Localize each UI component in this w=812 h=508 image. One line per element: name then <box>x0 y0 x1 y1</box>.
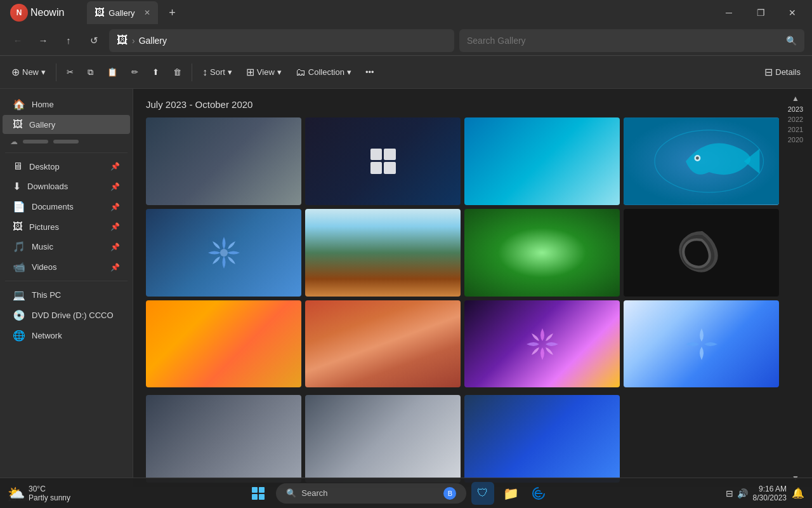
more-button[interactable]: ••• <box>359 60 381 85</box>
clock[interactable]: 9:16 AM 8/30/2023 <box>753 485 787 502</box>
weather-widget[interactable]: ⛅ 30°C Partly sunny <box>8 485 70 502</box>
volume-icon[interactable]: 🔊 <box>737 488 748 498</box>
pin-icon-music: 📌 <box>110 243 120 251</box>
toolbar: ⊕ New ▾ ✂ ⧉ 📋 ✏ ⬆ 🗑 ↕ Sort ▾ ⊞ View ▾ 🗂 … <box>0 56 812 89</box>
image-thumb-14[interactable] <box>305 395 461 483</box>
year-label-2023[interactable]: 2023 <box>788 105 803 113</box>
sidebar-item-dvd[interactable]: 💿 DVD Drive (D:) CCCO <box>3 305 130 325</box>
sidebar-thispc-label: This PC <box>32 290 61 300</box>
image-thumb-9[interactable] <box>146 300 301 388</box>
sort-chevron-icon: ▾ <box>228 67 232 77</box>
sidebar-item-desktop[interactable]: 🖥 Desktop 📌 <box>3 157 130 176</box>
cloud-bar-1 <box>23 140 48 144</box>
taskbar-search-label: Search <box>301 488 327 498</box>
delete-button[interactable]: 🗑 <box>167 60 188 85</box>
desktop-icon: 🖥 <box>13 161 23 172</box>
image-thumb-7[interactable] <box>464 209 620 297</box>
share-button[interactable]: ⬆ <box>146 60 166 85</box>
pin-icon-downloads: 📌 <box>110 182 120 191</box>
back-button[interactable]: ← <box>8 30 28 51</box>
image-thumb-2[interactable] <box>305 117 461 205</box>
paste-button[interactable]: 📋 <box>101 60 124 85</box>
videos-icon: 📹 <box>13 261 25 273</box>
rename-icon: ✏ <box>131 67 138 77</box>
tab-icon: 🖼 <box>95 7 105 18</box>
sidebar-item-thispc[interactable]: 💻 This PC <box>3 285 130 305</box>
taskbar-files-icon[interactable]: 📁 <box>499 482 522 505</box>
documents-icon: 📄 <box>13 201 25 213</box>
year-label-2020[interactable]: 2020 <box>788 136 803 144</box>
view-chevron-icon: ▾ <box>277 67 282 77</box>
image-thumb-1[interactable] <box>146 117 301 205</box>
files-icon: 📁 <box>503 486 519 501</box>
dark-swirl-svg <box>676 227 727 278</box>
image-thumb-13[interactable] <box>146 395 301 483</box>
win11-bloom-1 <box>205 234 243 272</box>
start-button[interactable] <box>246 481 271 506</box>
refresh-button[interactable]: ↺ <box>84 30 104 51</box>
year-scroll-up[interactable]: ▲ <box>792 94 799 103</box>
sidebar-item-music[interactable]: 🎵 Music 📌 <box>3 237 130 257</box>
sidebar-network-label: Network <box>32 331 62 340</box>
image-thumb-10[interactable] <box>305 300 461 388</box>
up-button[interactable]: ↑ <box>58 30 79 51</box>
sort-button[interactable]: ↕ Sort ▾ <box>196 60 239 85</box>
sidebar-item-gallery[interactable]: 🖼 Gallery <box>3 115 130 134</box>
image-thumb-12[interactable] <box>624 300 779 388</box>
copy-button[interactable]: ⧉ <box>81 60 100 85</box>
cut-button[interactable]: ✂ <box>60 60 80 85</box>
sidebar-item-pictures[interactable]: 🖼 Pictures 📌 <box>3 217 130 236</box>
maximize-button[interactable]: ❐ <box>746 3 775 22</box>
toolbar-sep-2 <box>192 64 192 81</box>
search-input[interactable] <box>467 36 781 46</box>
sidebar-item-network[interactable]: 🌐 Network <box>3 326 130 345</box>
taskbar-search[interactable]: 🔍 Search B <box>276 483 466 504</box>
sidebar-item-documents[interactable]: 📄 Documents 📌 <box>3 197 130 217</box>
neowin-icon: N <box>10 4 28 22</box>
taskbar-edge-icon[interactable] <box>527 482 550 505</box>
minimize-button[interactable]: ─ <box>714 3 743 22</box>
view-label: View <box>257 67 275 77</box>
weather-temp: 30°C <box>29 485 70 493</box>
collection-icon: 🗂 <box>296 67 306 78</box>
image-thumb-11[interactable] <box>464 300 620 388</box>
image-thumb-3[interactable] <box>464 117 620 205</box>
gallery-tab[interactable]: 🖼 Gallery ✕ <box>87 1 157 24</box>
view-button[interactable]: ⊞ View ▾ <box>240 60 288 85</box>
sidebar-item-downloads[interactable]: ⬇ Downloads 📌 <box>3 177 130 196</box>
image-thumb-5[interactable] <box>146 209 301 297</box>
tab-label: Gallery <box>108 8 134 18</box>
breadcrumb-location: Gallery <box>139 36 167 46</box>
details-icon: ⊟ <box>764 66 773 78</box>
sidebar-item-home[interactable]: 🏠 Home <box>3 95 130 114</box>
vpn-shield-icon: 🛡 <box>477 486 488 500</box>
taskbar-vpn-icon[interactable]: 🛡 <box>471 482 494 505</box>
sidebar: 🏠 Home 🖼 Gallery ☁ 🖥 Desktop 📌 ⬇ Downloa… <box>0 89 133 488</box>
image-thumb-15[interactable] <box>464 395 620 483</box>
collection-button[interactable]: 🗂 Collection ▾ <box>289 60 358 85</box>
search-icon: 🔍 <box>786 36 797 46</box>
new-tab-button[interactable]: + <box>163 3 182 22</box>
notification-bell-icon[interactable]: 🔔 <box>792 487 804 499</box>
year-label-2021[interactable]: 2021 <box>788 126 803 133</box>
image-thumb-4[interactable] <box>624 117 779 205</box>
sidebar-gallery-label: Gallery <box>29 120 55 130</box>
tab-close-button[interactable]: ✕ <box>144 8 150 17</box>
search-box[interactable]: 🔍 <box>459 29 804 52</box>
forward-button[interactable]: → <box>33 30 53 51</box>
year-label-2022[interactable]: 2022 <box>788 116 803 123</box>
system-icons: ⊟ 🔊 <box>726 488 748 498</box>
weather-icon: ⛅ <box>8 485 25 502</box>
image-thumb-6[interactable] <box>305 209 461 297</box>
sidebar-music-label: Music <box>32 242 53 251</box>
rename-button[interactable]: ✏ <box>125 60 145 85</box>
titlebar: N Neowin 🖼 Gallery ✕ + ─ ❐ ✕ <box>0 0 812 25</box>
breadcrumb[interactable]: 🖼 › Gallery <box>109 29 454 52</box>
sidebar-item-videos[interactable]: 📹 Videos 📌 <box>3 257 130 277</box>
details-button[interactable]: ⊟ Details <box>758 60 807 85</box>
new-button[interactable]: ⊕ New ▾ <box>5 60 52 85</box>
close-button[interactable]: ✕ <box>778 3 807 22</box>
new-chevron-icon: ▾ <box>41 67 46 77</box>
image-thumb-8[interactable] <box>624 209 779 297</box>
display-icon[interactable]: ⊟ <box>726 488 733 498</box>
